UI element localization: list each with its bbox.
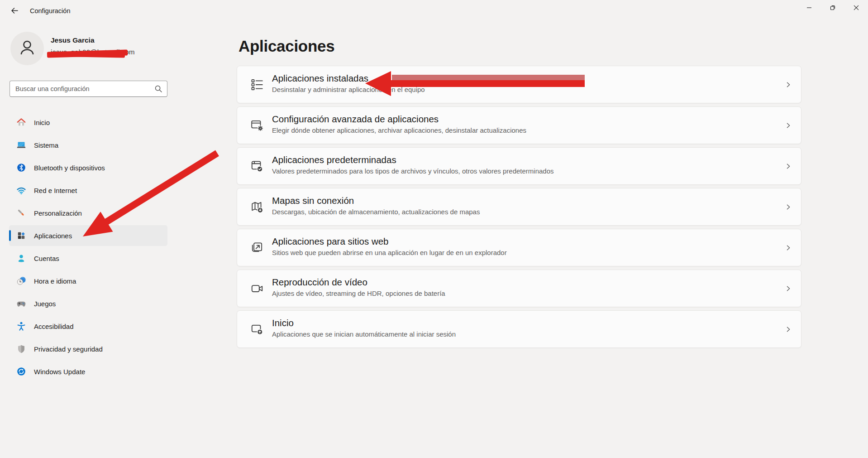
card-subtitle: Valores predeterminados para los tipos d… xyxy=(272,167,769,176)
sidebar-item-label: Hora e idioma xyxy=(34,277,76,285)
sidebar-item-label: Bluetooth y dispositivos xyxy=(34,164,105,172)
close-button[interactable] xyxy=(844,0,868,16)
card-subtitle: Aplicaciones que se inician automáticame… xyxy=(272,330,769,339)
sidebar-item-bluetooth-y-dispositivos[interactable]: Bluetooth y dispositivos xyxy=(9,156,167,179)
card-aplicaciones-instaladas[interactable]: Aplicaciones instaladasDesinstalar y adm… xyxy=(237,66,801,103)
card-title: Aplicaciones para sitios web xyxy=(272,235,769,248)
user-name: Jesus Garcia xyxy=(51,36,95,44)
minimize-icon xyxy=(806,4,812,12)
accessibility-icon xyxy=(16,321,26,331)
apps-icon xyxy=(16,231,26,241)
sidebar-item-red-e-internet[interactable]: Red e Internet xyxy=(9,179,167,202)
sidebar-item-label: Privacidad y seguridad xyxy=(34,345,103,353)
arrow-left-icon xyxy=(11,7,19,16)
user-email: jesus_gab90@hotmail.com xyxy=(51,48,135,56)
card-text: InicioAplicaciones que se inician automá… xyxy=(272,317,769,339)
card-text: Aplicaciones predeterminadasValores pred… xyxy=(272,154,769,176)
chevron-right-icon xyxy=(785,244,792,251)
sidebar-item-label: Sistema xyxy=(34,141,58,149)
sidebar-item-label: Red e Internet xyxy=(34,187,77,194)
sidebar-item-hora-e-idioma[interactable]: Hora e idioma xyxy=(9,270,167,292)
page-title: Aplicaciones xyxy=(238,37,334,55)
search-input[interactable] xyxy=(10,81,167,96)
card-subtitle: Desinstalar y administrar aplicaciones e… xyxy=(272,85,769,94)
sidebar-item-accesibilidad[interactable]: Accesibilidad xyxy=(9,315,167,337)
card-title: Configuración avanzada de aplicaciones xyxy=(272,113,769,125)
close-icon xyxy=(854,4,859,12)
bluetooth-icon xyxy=(16,163,26,173)
card-text: Mapas sin conexiónDescargas, ubicación d… xyxy=(272,194,769,217)
startup-icon xyxy=(250,323,264,336)
sidebar-nav: InicioSistemaBluetooth y dispositivosRed… xyxy=(9,111,167,383)
minimize-button[interactable] xyxy=(797,0,821,16)
card-configuracion-avanzada-de-aplicaciones[interactable]: Configuración avanzada de aplicacionesEl… xyxy=(237,106,801,144)
card-aplicaciones-para-sitios-web[interactable]: Aplicaciones para sitios webSitios web q… xyxy=(237,229,801,266)
sidebar-item-label: Aplicaciones xyxy=(34,232,72,240)
sidebar-item-label: Juegos xyxy=(34,300,56,308)
card-title: Aplicaciones instaladas xyxy=(272,72,769,85)
video-playback-icon xyxy=(250,282,264,295)
personalization-icon xyxy=(16,208,26,218)
avatar xyxy=(10,32,44,65)
installed-apps-icon xyxy=(250,78,264,92)
card-reproduccion-de-video[interactable]: Reproducción de vídeoAjustes de vídeo, s… xyxy=(237,270,801,307)
card-mapas-sin-conexion[interactable]: Mapas sin conexiónDescargas, ubicación d… xyxy=(237,188,801,226)
card-text: Aplicaciones para sitios webSitios web q… xyxy=(272,235,769,257)
chevron-right-icon xyxy=(785,81,792,88)
advanced-app-settings-icon xyxy=(250,119,264,132)
sidebar-item-juegos[interactable]: Juegos xyxy=(9,292,167,315)
card-title: Mapas sin conexión xyxy=(272,194,769,207)
search-box xyxy=(10,81,167,97)
card-subtitle: Elegir dónde obtener aplicaciones, archi… xyxy=(272,126,769,135)
default-apps-icon xyxy=(250,159,264,173)
sidebar-item-cuentas[interactable]: Cuentas xyxy=(9,247,167,270)
sidebar-item-personalizacion[interactable]: Personalización xyxy=(9,202,167,224)
card-text: Aplicaciones instaladasDesinstalar y adm… xyxy=(272,72,769,94)
sidebar-item-inicio[interactable]: Inicio xyxy=(9,111,167,134)
privacy-icon xyxy=(16,344,26,354)
sidebar-item-label: Windows Update xyxy=(34,368,85,376)
card-aplicaciones-predeterminadas[interactable]: Aplicaciones predeterminadasValores pred… xyxy=(237,147,801,185)
back-button[interactable] xyxy=(5,5,24,18)
chevron-right-icon xyxy=(785,122,792,129)
chevron-right-icon xyxy=(785,163,792,169)
offline-maps-icon xyxy=(250,200,264,214)
titlebar: Configuración xyxy=(0,0,868,22)
chevron-right-icon xyxy=(785,326,792,333)
sidebar-item-label: Cuentas xyxy=(34,255,59,262)
settings-card-list: Aplicaciones instaladasDesinstalar y adm… xyxy=(237,66,801,348)
restore-icon xyxy=(830,4,835,12)
time-language-icon xyxy=(16,276,26,286)
sidebar-item-privacidad-y-seguridad[interactable]: Privacidad y seguridad xyxy=(9,337,167,360)
sidebar-item-aplicaciones[interactable]: Aplicaciones xyxy=(9,225,167,246)
gaming-icon xyxy=(16,299,26,309)
sidebar-item-label: Inicio xyxy=(34,119,50,126)
apps-for-websites-icon xyxy=(250,241,264,255)
card-title: Inicio xyxy=(272,317,769,329)
chevron-right-icon xyxy=(785,285,792,292)
sidebar-item-sistema[interactable]: Sistema xyxy=(9,134,167,156)
card-subtitle: Sitios web que pueden abrirse en una apl… xyxy=(272,248,769,257)
card-subtitle: Ajustes de vídeo, streaming de HDR, opci… xyxy=(272,289,769,298)
card-title: Aplicaciones predeterminadas xyxy=(272,154,769,166)
sidebar-item-windows-update[interactable]: Windows Update xyxy=(9,360,167,383)
window-title: Configuración xyxy=(30,7,70,14)
card-text: Configuración avanzada de aplicacionesEl… xyxy=(272,113,769,135)
sidebar-item-label: Accesibilidad xyxy=(34,323,74,330)
network-icon xyxy=(16,185,26,195)
search-icon[interactable] xyxy=(154,85,162,93)
window-controls xyxy=(797,0,868,16)
person-icon xyxy=(17,37,38,60)
restore-button[interactable] xyxy=(821,0,844,16)
chevron-right-icon xyxy=(785,203,792,210)
accounts-icon xyxy=(16,253,26,263)
card-text: Reproducción de vídeoAjustes de vídeo, s… xyxy=(272,276,769,298)
card-inicio[interactable]: InicioAplicaciones que se inician automá… xyxy=(237,310,801,348)
system-icon xyxy=(16,140,26,150)
home-icon xyxy=(16,117,26,127)
card-title: Reproducción de vídeo xyxy=(272,276,769,289)
card-subtitle: Descargas, ubicación de almacenamiento, … xyxy=(272,207,769,217)
windows-update-icon xyxy=(16,366,26,376)
sidebar-item-label: Personalización xyxy=(34,209,82,217)
